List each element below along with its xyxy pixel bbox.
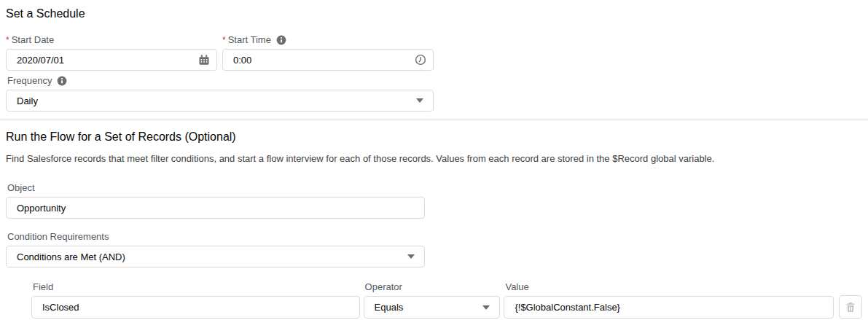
delete-condition-button[interactable]	[839, 295, 862, 319]
records-section-title: Run the Flow for a Set of Records (Optio…	[6, 130, 862, 144]
frequency-selected-value: Daily	[17, 95, 38, 106]
chevron-down-icon	[482, 305, 490, 310]
records-section-description: Find Salesforce records that meet filter…	[6, 153, 862, 165]
section-divider	[0, 120, 868, 120]
start-time-field-group: * Start Time	[222, 34, 434, 71]
chevron-down-icon	[416, 98, 423, 103]
filter-field-input[interactable]	[31, 296, 360, 319]
filter-field-label-text: Field	[33, 281, 53, 293]
filter-field-label: Field	[31, 281, 360, 293]
filter-value-label: Value	[504, 281, 834, 293]
trash-icon	[845, 301, 856, 313]
object-field-group: Object	[6, 182, 425, 219]
start-date-input[interactable]	[6, 49, 217, 71]
filter-field-group: Field	[31, 281, 360, 319]
object-label-text: Object	[7, 182, 35, 194]
clock-icon[interactable]	[415, 54, 426, 66]
start-time-label: * Start Time	[222, 34, 434, 46]
condition-requirements-label: Condition Requirements	[6, 231, 425, 243]
required-asterisk: *	[222, 34, 226, 46]
condition-requirements-select[interactable]: Conditions are Met (AND)	[6, 246, 425, 268]
frequency-field-group: Frequency Daily	[6, 75, 434, 112]
filter-operator-select[interactable]: Equals	[364, 296, 501, 319]
filter-operator-label: Operator	[364, 281, 501, 293]
start-date-field-group: * Start Date	[6, 34, 217, 71]
schedule-section: Set a Schedule * Start Date	[0, 0, 868, 112]
condition-requirements-selected-value: Conditions are Met (AND)	[17, 251, 125, 262]
filter-value-input[interactable]	[504, 296, 834, 319]
object-input[interactable]	[6, 197, 425, 219]
start-time-input[interactable]	[222, 49, 434, 71]
frequency-label: Frequency	[6, 75, 434, 87]
object-label: Object	[6, 182, 425, 194]
filter-condition-row: Field Operator Equals Value	[31, 281, 862, 319]
condition-requirements-field-group: Condition Requirements Conditions are Me…	[6, 231, 425, 268]
frequency-label-text: Frequency	[7, 75, 52, 87]
start-date-label: * Start Date	[6, 34, 217, 46]
filter-operator-group: Operator Equals	[364, 281, 501, 319]
filter-value-group: Value	[504, 281, 834, 319]
filter-value-label-text: Value	[505, 281, 528, 293]
filter-operator-selected-value: Equals	[375, 302, 404, 313]
condition-requirements-label-text: Condition Requirements	[7, 231, 109, 243]
start-time-label-text: Start Time	[228, 34, 271, 46]
info-icon[interactable]	[276, 35, 286, 45]
records-section: Run the Flow for a Set of Records (Optio…	[0, 130, 868, 319]
filter-operator-label-text: Operator	[365, 281, 402, 293]
required-asterisk: *	[6, 34, 9, 46]
chevron-down-icon	[407, 254, 415, 259]
info-icon[interactable]	[57, 76, 67, 86]
calendar-icon[interactable]	[198, 54, 210, 66]
frequency-select[interactable]: Daily	[6, 90, 434, 112]
schedule-section-title: Set a Schedule	[6, 0, 862, 20]
start-date-label-text: Start Date	[12, 34, 55, 46]
